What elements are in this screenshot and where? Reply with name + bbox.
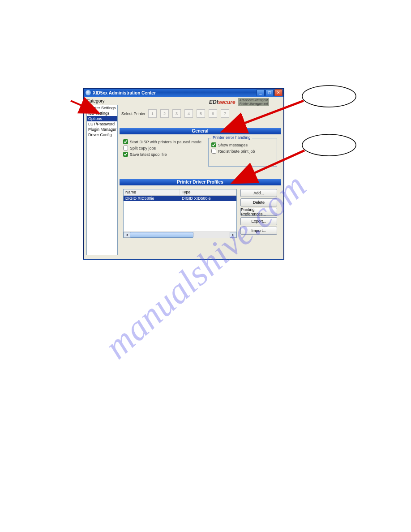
callout-ellipse-profiles xyxy=(302,134,356,156)
select-printer-row: Select Printer 1 2 3 4 5 6 7 xyxy=(121,109,230,118)
printer-button-2[interactable]: 2 xyxy=(160,109,169,118)
profiles-body: Name Type DIGID XID580ie DIGID XID580ie … xyxy=(120,187,281,255)
col-name[interactable]: Name xyxy=(124,189,180,195)
printer-button-5[interactable]: 5 xyxy=(197,109,205,118)
horizontal-scrollbar[interactable]: ◄ ► xyxy=(124,232,236,238)
profile-row-name: DIGID XID580ie xyxy=(124,196,180,201)
printer-button-3[interactable]: 3 xyxy=(172,109,181,118)
brand-tag-line1: Advanced Intelligent xyxy=(240,99,268,102)
brand-bar: EDIsecure Advanced Intelligent Printer M… xyxy=(209,99,281,106)
arrow-to-sidebar xyxy=(71,101,84,107)
titlebar: XID5xx Administration Center _ □ ✕ xyxy=(84,89,283,97)
printing-preferences-button[interactable]: Printing Preferences... xyxy=(240,208,277,216)
category-list[interactable]: Printer Settings ILU settings Options LU… xyxy=(86,105,118,255)
split-copy-checkbox[interactable] xyxy=(123,146,128,150)
error-group-legend: Printer error handling xyxy=(211,135,252,140)
select-printer-label: Select Printer xyxy=(121,112,146,116)
general-body: Start DISP with printers in paused mode … xyxy=(120,136,281,172)
add-button[interactable]: Add... xyxy=(240,189,277,197)
redistribute-label: Redistribute print job xyxy=(218,149,255,154)
sidebar-item-printer-settings[interactable]: Printer Settings xyxy=(87,105,117,111)
general-header: General xyxy=(120,128,281,134)
split-copy-label: Split copy jobs xyxy=(130,146,156,150)
printer-button-7[interactable]: 7 xyxy=(221,109,229,118)
scroll-left-icon[interactable]: ◄ xyxy=(124,232,130,238)
sidebar-item-plugin-manager[interactable]: Plugin Manager xyxy=(87,127,117,132)
delete-button[interactable]: Delete xyxy=(240,198,277,206)
brand-tagline: Advanced Intelligent Printer Management xyxy=(238,98,269,106)
callout-ellipse-general xyxy=(302,86,356,107)
show-messages-label: Show messages xyxy=(218,143,248,147)
right-panel: EDIsecure Advanced Intelligent Printer M… xyxy=(120,99,281,255)
window-title: XID5xx Administration Center xyxy=(93,90,256,95)
import-button[interactable]: Import... xyxy=(240,227,277,235)
maximize-button[interactable]: □ xyxy=(265,89,274,96)
start-disp-row[interactable]: Start DISP with printers in paused mode xyxy=(123,139,204,144)
start-disp-label: Start DISP with printers in paused mode xyxy=(130,140,201,144)
scroll-right-icon[interactable]: ► xyxy=(230,232,236,238)
brand-secure: secure xyxy=(218,99,235,105)
category-label: Category xyxy=(86,99,105,103)
start-disp-checkbox[interactable] xyxy=(123,139,128,144)
sidebar-item-lut-password[interactable]: LUT/Password xyxy=(87,121,117,127)
printer-error-handling-group: Printer error handling Show messages Red… xyxy=(208,138,277,167)
sidebar-item-ilu-settings[interactable]: ILU settings xyxy=(87,111,117,116)
close-button[interactable]: ✕ xyxy=(274,89,283,96)
brand-edi: EDI xyxy=(209,99,218,105)
split-copy-row[interactable]: Split copy jobs xyxy=(123,146,204,150)
general-left-column: Start DISP with printers in paused mode … xyxy=(123,138,204,170)
show-messages-checkbox[interactable] xyxy=(211,142,216,147)
profiles-button-column: Add... Delete Printing Preferences... Ex… xyxy=(240,189,277,253)
printer-button-6[interactable]: 6 xyxy=(209,109,217,118)
save-spool-row[interactable]: Save latest spool file xyxy=(123,152,204,157)
app-icon xyxy=(86,90,91,95)
sidebar-item-driver-config[interactable]: Driver Config xyxy=(87,132,117,137)
profiles-list-header: Name Type xyxy=(124,189,236,196)
profile-row-type: DIGID XID580ie xyxy=(180,196,236,201)
save-spool-checkbox[interactable] xyxy=(123,152,128,157)
redistribute-checkbox[interactable] xyxy=(211,149,216,154)
show-messages-row[interactable]: Show messages xyxy=(211,142,274,147)
brand-tag-line2: Printer Management xyxy=(240,102,268,106)
export-button[interactable]: Export... xyxy=(240,217,277,225)
redistribute-row[interactable]: Redistribute print job xyxy=(211,149,274,154)
minimize-button[interactable]: _ xyxy=(257,89,265,96)
printer-button-1[interactable]: 1 xyxy=(148,109,157,118)
profiles-header: Printer Driver Profiles xyxy=(120,179,281,185)
save-spool-label: Save latest spool file xyxy=(130,152,167,157)
sidebar-item-options[interactable]: Options xyxy=(87,116,117,121)
profile-row[interactable]: DIGID XID580ie DIGID XID580ie xyxy=(124,196,236,201)
printer-button-4[interactable]: 4 xyxy=(184,109,193,118)
client-area: Category Printer Settings ILU settings O… xyxy=(84,97,283,258)
admin-center-window: XID5xx Administration Center _ □ ✕ Categ… xyxy=(83,88,284,259)
scroll-thumb[interactable] xyxy=(130,232,193,238)
col-type[interactable]: Type xyxy=(180,189,236,195)
profiles-list[interactable]: Name Type DIGID XID580ie DIGID XID580ie … xyxy=(123,189,237,238)
